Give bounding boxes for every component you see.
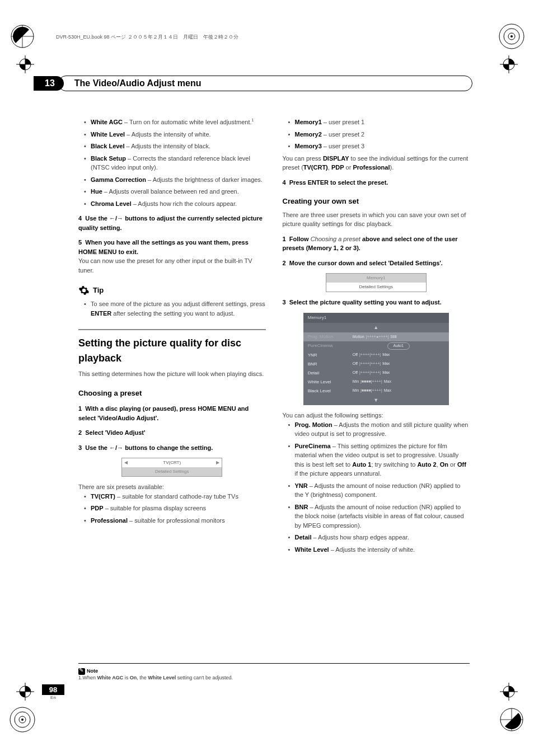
print-mark-icon xyxy=(6,703,39,736)
tip-label: Tip xyxy=(93,285,104,296)
list-item: White Level – Adjusts the intensity of w… xyxy=(85,130,266,139)
registration-mark-icon xyxy=(498,53,520,76)
footnote: Note 1.When White AGC is On, the White L… xyxy=(78,668,233,680)
memory-table-title: Memory1 xyxy=(303,313,449,323)
section-description: This setting determines how the picture … xyxy=(78,369,266,379)
page-number: 98 xyxy=(42,684,64,695)
list-item: White Level – Adjusts the intensity of w… xyxy=(289,545,470,555)
preset-detailed-settings: Detailed Settings xyxy=(122,468,222,475)
svg-point-6 xyxy=(510,35,513,37)
page-number-block: 98 En xyxy=(42,684,64,700)
list-item: Memory3 – user preset 3 xyxy=(289,142,470,151)
memory-selector-figure: Memory1 Detailed Settings xyxy=(326,273,427,292)
memory-settings-figure: Memory1 ▲ Prog. MotionMotion |++++●++++|… xyxy=(303,313,449,406)
framemaker-header: DVR-530H_EU.book 98 ページ ２００５年２月１４日 月曜日 午… xyxy=(56,34,238,41)
display-note: You can press DISPLAY to see the individ… xyxy=(283,154,470,172)
section-heading: Setting the picture quality for disc pla… xyxy=(78,329,266,366)
preset-value-tvcrt: TV(CRT) xyxy=(130,459,214,466)
list-item: PureCinema – This setting optimizes the … xyxy=(289,442,470,478)
subsection-creating: Creating your own set xyxy=(283,196,470,207)
print-mark-icon xyxy=(495,20,528,53)
choosing-step-2: 2 Select 'Video Adjust' xyxy=(78,428,266,438)
table-row: BNROff |++++|++++| Max xyxy=(303,360,449,369)
note-icon xyxy=(78,668,85,675)
step-5-description: You can now use the preset for any other… xyxy=(78,256,266,275)
creating-step-1: 1 Follow Choosing a preset above and sel… xyxy=(283,234,470,253)
chapter-number: 13 xyxy=(34,76,64,91)
choosing-step-3: 3 Use the ←/→ buttons to change the sett… xyxy=(78,443,266,453)
step-4: 4 Use the ←/→ buttons to adjust the curr… xyxy=(78,214,266,232)
list-item: White AGC – Turn on for automatic white … xyxy=(85,118,266,127)
list-item: TV(CRT) – suitable for standard cathode-… xyxy=(85,492,266,501)
list-item: Memory2 – user preset 2 xyxy=(289,130,470,139)
list-item: Black Setup – Corrects the standard refe… xyxy=(85,154,266,172)
adjust-intro: You can adjust the following settings: xyxy=(283,411,470,420)
page-language: En xyxy=(42,695,64,700)
tip-item: To see more of the picture as you adjust… xyxy=(85,299,266,318)
list-item: Black Level – Adjusts the intensity of b… xyxy=(85,142,266,151)
chapter-header: 13 The Video/Audio Adjust menu xyxy=(34,76,472,91)
subsection-choosing: Choosing a preset xyxy=(78,388,266,399)
registration-mark-icon xyxy=(14,680,36,703)
table-row: DetailOff |++++|++++| Max xyxy=(303,369,449,378)
list-item: Prog. Motion – Adjusts the motion and st… xyxy=(289,420,470,439)
step-5: 5 When you have all the settings as you … xyxy=(78,238,266,256)
list-item: Professional – suitable for professional… xyxy=(85,516,266,525)
memory-detailed-settings: Detailed Settings xyxy=(326,284,426,290)
table-row: White LevelMin |■■■■|++++| Max xyxy=(303,378,449,387)
list-item: Memory1 – user preset 1 xyxy=(289,118,470,127)
registration-mark-icon xyxy=(14,53,36,76)
list-item: Gamma Correction – Adjusts the brightnes… xyxy=(85,175,266,185)
memory-value: Memory1 xyxy=(326,275,426,281)
choosing-step-1: 1 With a disc playing (or paused), press… xyxy=(78,404,266,422)
triangle-right-icon: ▶ xyxy=(214,459,222,466)
list-item: Chroma Level – Adjusts how rich the colo… xyxy=(85,199,266,209)
registration-mark-icon xyxy=(498,680,520,703)
print-mark-icon xyxy=(495,703,528,736)
right-step-4: 4 Press ENTER to select the preset. xyxy=(283,178,470,187)
creating-description: There are three user presets in which yo… xyxy=(283,210,470,229)
creating-step-3: 3 Select the picture quality setting you… xyxy=(283,298,470,307)
preset-selector-figure: ◀TV(CRT)▶ Detailed Settings xyxy=(121,458,222,477)
presets-intro: There are six presets available: xyxy=(78,482,266,492)
list-item: Detail – Adjusts how sharp edges appear. xyxy=(289,533,470,542)
tip-heading: Tip xyxy=(78,285,266,296)
triangle-left-icon: ◀ xyxy=(122,459,130,466)
triangle-down-icon: ▼ xyxy=(303,396,449,406)
table-row: YNROff |++++|++++| Max xyxy=(303,351,449,360)
triangle-up-icon: ▲ xyxy=(303,323,449,333)
list-item: PDP – suitable for plasma display screen… xyxy=(85,504,266,513)
list-item: YNR – Adjusts the amount of noise reduct… xyxy=(289,481,470,500)
table-row: Black LevelMin |■■■■|++++| Max xyxy=(303,387,449,396)
settings-list: White AGC – Turn on for automatic white … xyxy=(78,118,266,208)
footnote-separator xyxy=(78,663,470,664)
gear-icon xyxy=(78,285,90,296)
table-row: Prog. MotionMotion |++++●++++| Still xyxy=(303,332,449,341)
print-mark-icon xyxy=(6,20,39,53)
chapter-title: The Video/Audio Adjust menu xyxy=(58,76,472,91)
list-item: Hue – Adjusts overall balance between re… xyxy=(85,187,266,196)
table-row: PureCinemaAuto1 xyxy=(303,341,449,351)
svg-point-10 xyxy=(21,719,24,721)
left-column: White AGC – Turn on for automatic white … xyxy=(78,118,266,557)
list-item: BNR – Adjusts the amount of noise reduct… xyxy=(289,503,470,530)
creating-step-2: 2 Move the cursor down and select 'Detai… xyxy=(283,259,470,268)
right-column: Memory1 – user preset 1 Memory2 – user p… xyxy=(283,118,470,557)
